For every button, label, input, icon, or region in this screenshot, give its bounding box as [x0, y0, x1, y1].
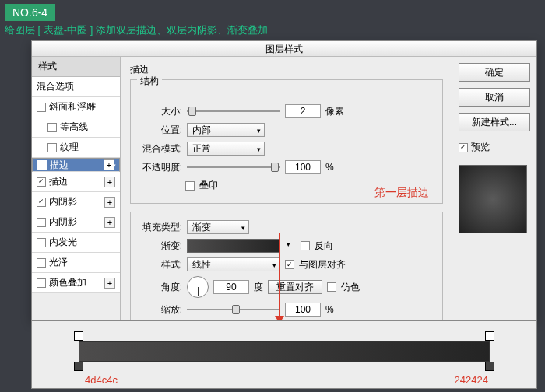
ok-button[interactable]: 确定	[459, 63, 530, 82]
blend-options-row[interactable]: 混合选项	[32, 77, 120, 97]
dither-checkbox[interactable]	[327, 282, 336, 292]
reverse-checkbox[interactable]	[301, 241, 310, 250]
style-item[interactable]: 内阴影+	[32, 192, 120, 212]
style-item[interactable]: 内阴影+	[32, 212, 120, 233]
style-item[interactable]: 斜面和浮雕	[32, 97, 120, 117]
style-item[interactable]: 光泽	[32, 253, 120, 273]
opacity-stop-left[interactable]	[74, 331, 83, 341]
annotation-arrow	[279, 233, 280, 317]
preview-checkbox[interactable]	[459, 143, 468, 152]
stroke-panel: 描边 结构 大小: 2 像素 位置: 内部 混合模式: 正常	[121, 57, 452, 320]
style-checkbox[interactable]	[37, 177, 46, 187]
size-label: 大小:	[139, 105, 182, 118]
style-item[interactable]: 等高线	[32, 117, 120, 138]
angle-input[interactable]: 90	[213, 280, 249, 294]
scale-input[interactable]: 100	[285, 303, 321, 317]
panel-title: 描边	[130, 63, 443, 76]
overprint-checkbox[interactable]	[185, 181, 195, 191]
color-stop-right[interactable]	[485, 362, 494, 371]
size-slider[interactable]	[187, 106, 280, 117]
style-item[interactable]: 描边+	[32, 172, 120, 192]
style-item[interactable]: 内发光	[32, 233, 120, 253]
color-stop-left[interactable]	[74, 362, 83, 371]
gradient-swatch[interactable]	[187, 239, 280, 253]
gradient-label: 渐变:	[139, 240, 182, 253]
new-style-button[interactable]: 新建样式...	[459, 113, 530, 131]
opacity-input[interactable]: 100	[285, 160, 321, 174]
style-item[interactable]: 纹理	[32, 138, 120, 158]
annotation-first-stroke: 第一层描边	[374, 186, 429, 200]
scale-label: 缩放:	[139, 303, 182, 317]
gradstyle-select[interactable]: 线性	[187, 257, 280, 271]
cancel-button[interactable]: 取消	[459, 88, 530, 107]
gradient-bar[interactable]	[79, 341, 490, 362]
styles-list: 样式 混合选项 斜面和浮雕等高线纹理描边+描边+内阴影+内阴影+内发光光泽颜色叠…	[32, 57, 121, 320]
size-input[interactable]: 2	[285, 104, 321, 118]
style-checkbox[interactable]	[47, 143, 57, 152]
align-checkbox[interactable]	[285, 260, 294, 269]
angle-label: 角度:	[139, 281, 182, 294]
blendmode-label: 混合模式:	[139, 142, 182, 156]
style-checkbox[interactable]	[37, 103, 46, 112]
style-checkbox[interactable]	[37, 258, 46, 268]
angle-wheel[interactable]	[187, 276, 209, 298]
add-effect-button[interactable]: +	[104, 197, 115, 208]
style-checkbox[interactable]	[37, 278, 46, 288]
fill-group: 填充类型: 渐变 渐变: 反向 样式: 线性 与图层对齐 角度:	[130, 212, 443, 328]
add-effect-button[interactable]: +	[104, 159, 114, 170]
reset-align-button[interactable]: 重置对齐	[268, 280, 322, 294]
scale-slider[interactable]	[187, 304, 280, 315]
style-item[interactable]: 颜色叠加+	[32, 273, 120, 293]
add-effect-button[interactable]: +	[104, 278, 115, 289]
style-item[interactable]: 描边+	[32, 158, 120, 172]
opacity-stop-right[interactable]	[485, 331, 494, 341]
style-preview	[459, 165, 527, 233]
style-checkbox[interactable]	[37, 218, 46, 227]
style-checkbox[interactable]	[47, 123, 57, 132]
color-left-label: 4d4c4c	[85, 374, 118, 386]
dialog-buttons: 确定 取消 新建样式... 预览	[452, 57, 536, 320]
style-checkbox[interactable]	[37, 160, 47, 170]
filltype-select[interactable]: 渐变	[187, 220, 249, 234]
opacity-slider[interactable]	[187, 162, 280, 173]
blendmode-select[interactable]: 正常	[187, 142, 265, 156]
filltype-label: 填充类型:	[139, 221, 182, 234]
style-checkbox[interactable]	[37, 198, 46, 207]
styles-header[interactable]: 样式	[32, 57, 120, 77]
layer-style-dialog: 图层样式 样式 混合选项 斜面和浮雕等高线纹理描边+描边+内阴影+内阴影+内发光…	[31, 40, 537, 320]
step-subtitle: 给图层 [ 表盘-中圈 ] 添加双层描边、双层内阴影、渐变叠加	[5, 23, 268, 37]
color-right-label: 242424	[455, 374, 488, 386]
position-label: 位置:	[139, 124, 182, 137]
structure-group: 结构 大小: 2 像素 位置: 内部 混合模式: 正常 不透明度:	[130, 79, 443, 204]
opacity-label: 不透明度:	[139, 161, 182, 174]
gradstyle-label: 样式:	[139, 258, 182, 271]
dialog-title: 图层样式	[32, 41, 536, 57]
step-tag: NO.6-4	[5, 4, 55, 21]
add-effect-button[interactable]: +	[104, 177, 115, 187]
gradient-editor: 4d4c4c 242424	[31, 320, 537, 389]
position-select[interactable]: 内部	[187, 123, 265, 137]
add-effect-button[interactable]: +	[104, 217, 115, 228]
style-checkbox[interactable]	[37, 238, 46, 247]
